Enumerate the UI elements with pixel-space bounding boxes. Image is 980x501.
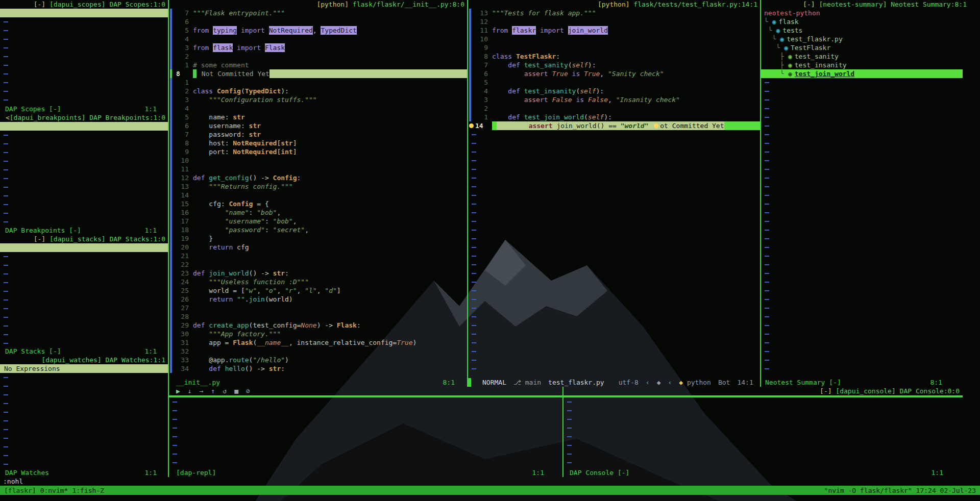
tmux-window-tab[interactable]: 0:nvim* [40,486,68,495]
code-line[interactable]: 7"""Flask entrypoint.""" [169,9,467,17]
disconnect-icon[interactable]: ⊘ [246,387,250,395]
code-line[interactable]: 24 """Useless function :D""" [169,278,467,286]
code-line[interactable]: 9 port: NotRequired[int] [169,147,467,156]
code-line[interactable]: 2 [169,52,467,61]
neotest-adapter-root[interactable]: neotest-python [761,9,980,17]
code-line[interactable]: 26 return "".join(world) [169,295,467,304]
code-line[interactable]: 16 "name": "bob", [169,208,467,217]
code-line[interactable]: 3from flask import Flask [169,43,467,52]
code-line[interactable]: 17 "username": "bob", [169,217,467,226]
code-line[interactable]: 5 [468,78,760,87]
code-line[interactable]: 4 [169,35,467,43]
code-line[interactable]: 31 app = Flask(__name__, instance_relati… [169,338,467,347]
code-line[interactable]: 13"""Tests for flask app.""" [468,9,760,17]
code-line[interactable]: 8class TestFlaskr: [468,52,760,61]
no-expressions-line[interactable]: No Expressions [0,364,168,373]
neotest-tree[interactable]: neotest-python╰ ◉flask ╰ ◉tests ╰ ◉test_… [761,9,980,378]
code-line[interactable]: 6 assert True is True, "Sanity check" [468,69,760,78]
end-of-buffer-marker [761,217,980,226]
stop-icon[interactable]: ■ [234,387,238,395]
winbar-filetype-tag: [python] [316,0,349,9]
tmux-window-tab[interactable]: 1:fish-Z [72,486,104,495]
code-line[interactable]: 11from flaskr import join_world [468,26,760,35]
neotest-tree-item-test_join_world[interactable]: ╰ ◉test_join_world [761,69,963,78]
neotest-tree-item-test_insanity[interactable]: ├ ◉test_insanity [761,61,980,69]
neotest-tree-item-test_sanity[interactable]: ├ ◉test_sanity [761,52,980,61]
code-line[interactable]: 11 [169,165,467,173]
dap-stacks-content[interactable] [0,243,168,347]
code-line[interactable]: 25 world = ["w", "o", "r", "l", "d"] [169,286,467,295]
step-into-icon[interactable]: ↓ [188,387,192,395]
code-line[interactable]: 27 [169,304,467,312]
dap-breakpoints-content[interactable] [0,122,168,226]
step-out-icon[interactable]: ↑ [211,387,215,395]
code-line[interactable]: 7 password: str [169,130,467,139]
editor-test-flaskr-py[interactable]: [python] flask/tests/test_flaskr.py:14:1… [468,0,760,378]
code-line[interactable]: 10 [468,35,760,43]
code-line[interactable]: 18 "password": "secret", [169,226,467,234]
code-line[interactable]: 8 host: NotRequired[str] [169,139,467,147]
code-line[interactable]: 34 def hello() -> str: [169,364,467,373]
code-line[interactable]: 8 Not Committed Yet [169,69,467,78]
code-line[interactable]: 10 [169,156,467,165]
code-line[interactable]: 4 def test_insanity(self): [468,87,760,95]
code-line[interactable]: 12def get_config() -> Config: [169,173,467,182]
separator-icon: ‹ [646,378,650,387]
code-line[interactable]: 9 [468,43,760,52]
editor-init-py[interactable]: [python] flask/flaskr/__init__.py:8:0 7"… [169,0,467,378]
dap-console-panel[interactable]: [-] [dapui_console] DAP Console:0:0 DAP … [564,387,980,477]
code-line[interactable]: 4 [169,104,467,113]
init-code-lines[interactable]: 7"""Flask entrypoint."""65from typing im… [169,9,467,378]
code-line[interactable]: 2 [468,104,760,113]
cursor-line[interactable] [0,122,168,131]
test-code-lines[interactable]: 13"""Tests for flask app."""1211from fla… [468,9,760,378]
code-line[interactable]: 12 [468,17,760,26]
code-line[interactable]: 3 """Configuration stuffs.""" [169,95,467,104]
line-number: 28 [176,312,193,321]
code-line[interactable]: 2class Config(TypedDict): [169,87,467,95]
code-line[interactable]: 23def join_world() -> str: [169,269,467,278]
code-line[interactable]: 3 assert False is False, "Insanity check… [468,95,760,104]
code-line[interactable]: 19 } [169,234,467,243]
code-line[interactable]: 1# some comment [169,61,467,69]
console-empty-buffer[interactable] [564,397,980,468]
neotest-tree-item-test_flaskr.py[interactable]: ╰ ◉test_flaskr.py [761,35,980,43]
code-line[interactable]: 6 username: str [169,121,467,130]
code-line[interactable]: 22 [169,260,467,269]
dap-scopes-content[interactable] [0,9,168,105]
end-of-buffer-marker [468,295,760,304]
code-line[interactable]: 5 name: str [169,113,467,121]
dap-repl-panel[interactable]: ▶↓→↑↺■⊘ [dap-repl]1:1 [169,387,562,477]
repl-empty-buffer[interactable] [169,397,562,468]
neotest-tree-item-TestFlaskr[interactable]: ╰ ◉TestFlaskr [761,43,980,52]
end-of-buffer-marker [169,432,562,441]
code-line[interactable]: 1 [169,78,467,87]
code-line[interactable]: 14 assert join_world() == "world" ot Com… [468,121,760,130]
git-branch[interactable]: ⎇ main [513,378,541,387]
neotest-tree-item-tests[interactable]: ╰ ◉tests [761,26,980,35]
restart-icon[interactable]: ↺ [223,387,227,395]
play-icon[interactable]: ▶ [176,387,180,395]
step-over-icon[interactable]: → [200,387,204,395]
code-line[interactable]: 30 """App factory.""" [169,330,467,338]
vim-command-line[interactable]: :nohl [0,477,980,486]
code-line[interactable]: 1 def test_join_world(self): [468,113,760,121]
code-line[interactable]: 33 @app.route("/hello") [169,356,467,364]
code-line[interactable]: 7 def test_sanity(self): [468,61,760,69]
neotest-summary-panel[interactable]: [-] [neotest-summary] Neotest Summary:8:… [761,0,980,378]
code-line[interactable]: 29def create_app(test_config=None) -> Fl… [169,321,467,330]
dap-watches-content[interactable]: No Expressions [0,364,168,468]
cursor-line[interactable] [0,243,168,252]
code-line[interactable]: 6 [169,17,467,26]
code-line[interactable]: 20 return cfg [169,243,467,252]
code-line[interactable]: 21 [169,252,467,260]
cursor-line[interactable] [0,9,168,17]
code-line[interactable]: 15 cfg: Config = { [169,199,467,208]
code-line[interactable]: 32 [169,347,467,356]
code-line[interactable]: 28 [169,312,467,321]
code-line[interactable]: 13 """Returns config.""" [169,182,467,191]
code-line[interactable]: 5from typing import NotRequired, TypedDi… [169,26,467,35]
neotest-tree-item-flask[interactable]: ╰ ◉flask [761,17,980,26]
code-line[interactable]: 14 [169,191,467,199]
line-number: 14 [176,191,193,199]
